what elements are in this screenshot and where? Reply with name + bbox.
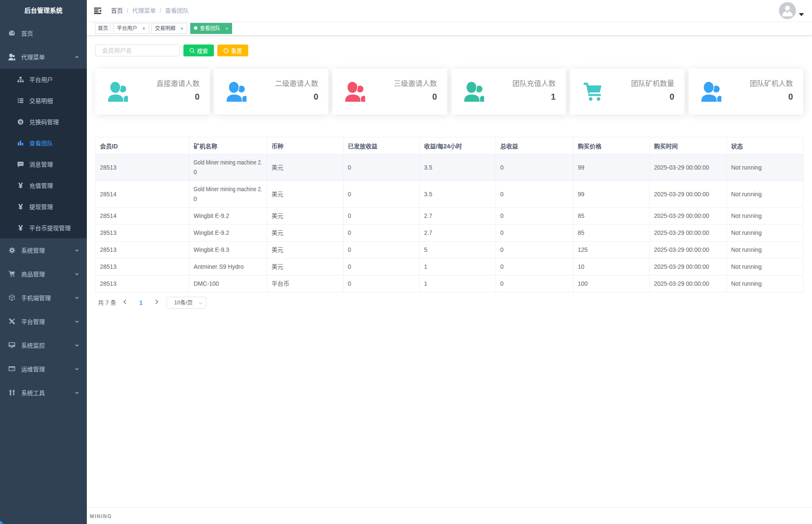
svg-text:B: B bbox=[19, 120, 22, 124]
